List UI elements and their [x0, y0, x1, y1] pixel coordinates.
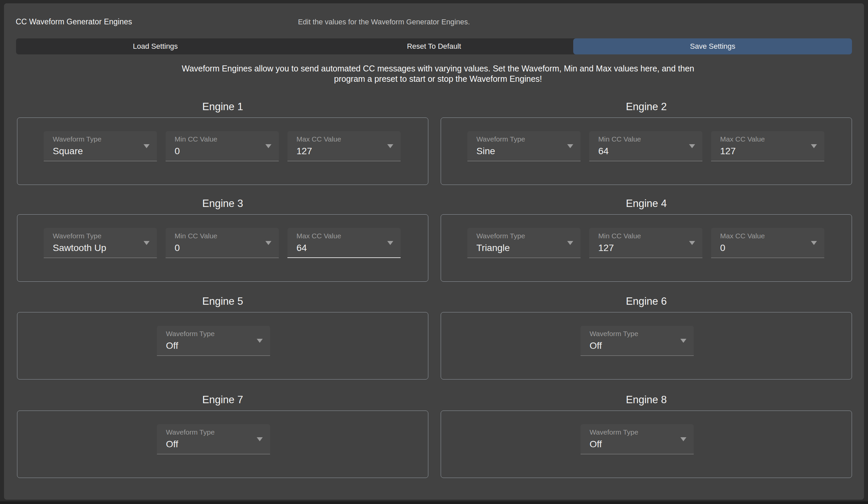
engine-1-section: Engine 1 Waveform Type Square Min CC Val…	[17, 101, 428, 185]
engine-6-title: Engine 6	[441, 295, 852, 307]
app-window: CC Waveform Generator Engines Edit the v…	[4, 3, 864, 500]
engine-4-panel: Waveform Type Triangle Min CC Value 127 …	[441, 214, 852, 282]
engine-3-max-cc-dropdown[interactable]: Max CC Value 64	[288, 228, 401, 258]
dropdown-label: Waveform Type	[166, 428, 215, 436]
dropdown-value: Off	[166, 340, 178, 351]
chevron-down-icon	[266, 241, 271, 245]
description-line-2: program a preset to start or stop the Wa…	[4, 74, 868, 84]
page-subtitle: Edit the values for the Waveform Generat…	[298, 18, 470, 27]
chevron-down-icon	[567, 144, 573, 148]
engine-3-title: Engine 3	[17, 198, 428, 210]
engine-1-panel: Waveform Type Square Min CC Value 0 Max …	[17, 117, 428, 185]
engine-1-title: Engine 1	[17, 101, 428, 113]
dropdown-value: Square	[53, 146, 83, 157]
engine-3-min-cc-dropdown[interactable]: Min CC Value 0	[166, 228, 279, 258]
dropdown-label: Waveform Type	[590, 330, 638, 338]
engine-6-panel: Waveform Type Off	[441, 312, 852, 379]
engine-4-min-cc-dropdown[interactable]: Min CC Value 127	[589, 228, 702, 258]
dropdown-value: 127	[720, 146, 736, 157]
dropdown-label: Waveform Type	[476, 232, 525, 240]
dropdown-value: Sawtooth Up	[53, 243, 106, 253]
chevron-down-icon	[689, 241, 695, 245]
dropdown-label: Min CC Value	[175, 135, 217, 143]
chevron-down-icon	[680, 339, 686, 343]
engine-2-max-cc-dropdown[interactable]: Max CC Value 127	[711, 131, 824, 161]
engine-4-section: Engine 4 Waveform Type Triangle Min CC V…	[441, 198, 852, 282]
chevron-down-icon	[689, 144, 695, 148]
engine-2-section: Engine 2 Waveform Type Sine Min CC Value…	[441, 101, 852, 185]
dropdown-label: Waveform Type	[476, 135, 525, 143]
chevron-down-icon	[266, 144, 271, 148]
engine-6-section: Engine 6 Waveform Type Off	[441, 295, 852, 379]
engine-3-panel: Waveform Type Sawtooth Up Min CC Value 0…	[17, 214, 428, 282]
engine-2-title: Engine 2	[441, 101, 852, 113]
dropdown-label: Max CC Value	[720, 232, 765, 240]
chevron-down-icon	[811, 241, 817, 245]
engine-7-waveform-type-dropdown[interactable]: Waveform Type Off	[157, 424, 270, 454]
chevron-down-icon	[257, 437, 263, 441]
dropdown-label: Max CC Value	[720, 135, 765, 143]
engine-2-waveform-type-dropdown[interactable]: Waveform Type Sine	[467, 131, 580, 161]
dropdown-label: Waveform Type	[590, 428, 638, 436]
chevron-down-icon	[567, 241, 573, 245]
engine-5-section: Engine 5 Waveform Type Off	[17, 295, 428, 379]
chevron-down-icon	[257, 339, 263, 343]
dropdown-value: 0	[175, 146, 180, 157]
engine-7-panel: Waveform Type Off	[17, 411, 428, 478]
engine-1-waveform-type-dropdown[interactable]: Waveform Type Square	[44, 131, 157, 161]
dropdown-value: Off	[166, 439, 178, 450]
engine-8-section: Engine 8 Waveform Type Off	[441, 394, 852, 478]
engine-1-max-cc-dropdown[interactable]: Max CC Value 127	[288, 131, 401, 161]
dropdown-label: Min CC Value	[175, 232, 217, 240]
dropdown-value: 64	[598, 146, 609, 157]
dropdown-label: Waveform Type	[166, 330, 215, 338]
dropdown-value: Off	[590, 340, 602, 351]
engine-4-title: Engine 4	[441, 198, 852, 210]
window-bottom-edge	[0, 501, 868, 504]
dropdown-value: Off	[590, 439, 602, 450]
chevron-down-icon	[387, 241, 393, 245]
reset-to-default-button[interactable]: Reset To Default	[295, 38, 574, 54]
chevron-down-icon	[144, 144, 149, 148]
settings-button-bar: Load Settings Reset To Default Save Sett…	[16, 38, 852, 54]
dropdown-value: 0	[175, 243, 180, 253]
chevron-down-icon	[680, 437, 686, 441]
engine-8-waveform-type-dropdown[interactable]: Waveform Type Off	[580, 424, 694, 454]
chevron-down-icon	[811, 144, 817, 148]
chevron-down-icon	[387, 144, 393, 148]
engine-3-waveform-type-dropdown[interactable]: Waveform Type Sawtooth Up	[44, 228, 157, 258]
engine-7-section: Engine 7 Waveform Type Off	[17, 394, 428, 478]
dropdown-value: 127	[297, 146, 312, 157]
dropdown-value: 127	[598, 243, 614, 253]
dropdown-label: Max CC Value	[297, 232, 341, 240]
dropdown-label: Waveform Type	[53, 232, 102, 240]
engine-4-waveform-type-dropdown[interactable]: Waveform Type Triangle	[467, 228, 580, 258]
description-line-1: Waveform Engines allow you to send autom…	[4, 63, 868, 74]
engine-5-panel: Waveform Type Off	[17, 312, 428, 379]
page-title: CC Waveform Generator Engines	[16, 17, 132, 27]
engine-3-section: Engine 3 Waveform Type Sawtooth Up Min C…	[17, 198, 428, 282]
load-settings-button[interactable]: Load Settings	[16, 38, 295, 54]
dropdown-label: Max CC Value	[297, 135, 341, 143]
engine-2-panel: Waveform Type Sine Min CC Value 64 Max C…	[441, 117, 852, 185]
engine-6-waveform-type-dropdown[interactable]: Waveform Type Off	[580, 326, 694, 356]
engine-1-min-cc-dropdown[interactable]: Min CC Value 0	[166, 131, 279, 161]
engine-7-title: Engine 7	[17, 394, 428, 406]
dropdown-label: Min CC Value	[598, 232, 641, 240]
engine-2-min-cc-dropdown[interactable]: Min CC Value 64	[589, 131, 702, 161]
dropdown-value: Triangle	[476, 243, 510, 253]
engine-5-title: Engine 5	[17, 295, 428, 307]
engine-8-panel: Waveform Type Off	[441, 411, 852, 478]
dropdown-value: 0	[720, 243, 725, 253]
chevron-down-icon	[144, 241, 149, 245]
save-settings-button[interactable]: Save Settings	[573, 38, 852, 54]
dropdown-label: Min CC Value	[598, 135, 641, 143]
dropdown-value: 64	[297, 243, 307, 253]
engine-8-title: Engine 8	[441, 394, 852, 406]
page-description: Waveform Engines allow you to send autom…	[4, 63, 868, 84]
engine-4-max-cc-dropdown[interactable]: Max CC Value 0	[711, 228, 824, 258]
engine-5-waveform-type-dropdown[interactable]: Waveform Type Off	[157, 326, 270, 356]
dropdown-label: Waveform Type	[53, 135, 102, 143]
dropdown-value: Sine	[476, 146, 495, 157]
